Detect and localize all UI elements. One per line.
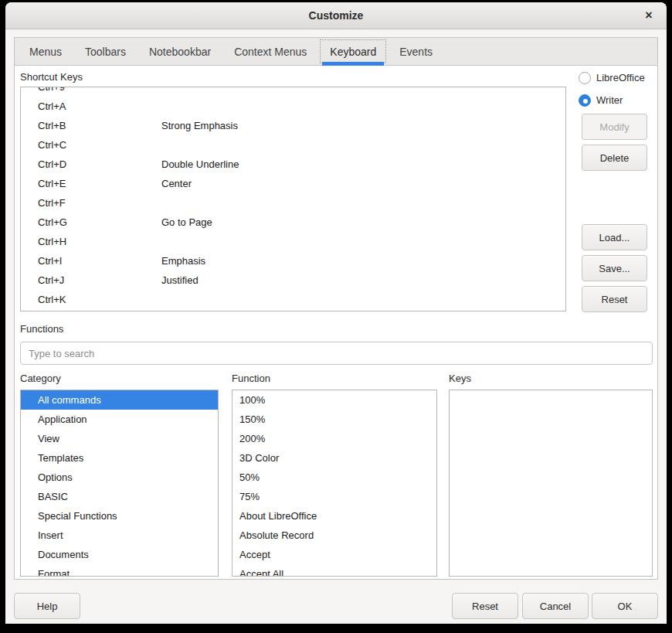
category-item[interactable]: BASIC bbox=[21, 487, 218, 506]
category-item[interactable]: Application bbox=[21, 410, 218, 429]
notebook: Menus Toolbars Notebookbar Context Menus… bbox=[14, 37, 658, 580]
function-item[interactable]: Accept bbox=[232, 545, 436, 564]
shortcut-row[interactable]: Ctrl+D Double Underline bbox=[21, 155, 565, 174]
dialog-footer: Help Reset Cancel OK bbox=[5, 580, 667, 624]
radio-icon bbox=[579, 72, 591, 84]
function-item[interactable]: 200% bbox=[232, 429, 436, 448]
shortcut-row[interactable]: Ctrl+B Strong Emphasis bbox=[21, 116, 565, 135]
shortcut-command: Double Underline bbox=[161, 158, 565, 170]
function-item-label: Accept bbox=[239, 549, 270, 560]
function-item[interactable]: Absolute Record bbox=[232, 526, 436, 545]
tab-label: Context Menus bbox=[234, 46, 307, 58]
category-item-label: Options bbox=[38, 471, 73, 483]
tab[interactable]: Toolbars bbox=[73, 38, 137, 65]
keyboard-tab-pane: Shortcut Keys Ctrl+9 Ctrl+A bbox=[15, 66, 657, 579]
shortcut-row[interactable]: Ctrl+H bbox=[21, 232, 565, 251]
close-icon[interactable]: × bbox=[640, 7, 657, 24]
tab-bar: Menus Toolbars Notebookbar Context Menus… bbox=[15, 38, 657, 66]
shortcut-row[interactable]: Ctrl+G Go to Page bbox=[21, 213, 565, 232]
shortcut-row[interactable]: Ctrl+K bbox=[21, 290, 565, 309]
scope-radio-option[interactable]: LibreOffice bbox=[579, 71, 645, 84]
function-item[interactable]: Accept All bbox=[232, 564, 436, 577]
category-item-label: BASIC bbox=[38, 491, 68, 502]
function-item-label: 200% bbox=[239, 433, 265, 444]
category-item-label: All commands bbox=[38, 394, 101, 406]
tab[interactable]: Notebookbar bbox=[137, 38, 222, 65]
radio-icon bbox=[579, 94, 591, 107]
shortcut-row[interactable]: Ctrl+J Justified bbox=[21, 271, 565, 290]
shortcut-command: Go to Page bbox=[161, 216, 565, 228]
titlebar[interactable]: Customize × bbox=[5, 2, 667, 29]
shortcut-row[interactable]: Ctrl+A bbox=[21, 97, 565, 116]
function-list[interactable]: 100% 150% 200% 3D Color 50% bbox=[232, 390, 437, 577]
help-button[interactable]: Help bbox=[14, 593, 80, 619]
tab[interactable]: Keyboard bbox=[318, 38, 388, 65]
category-item[interactable]: Templates bbox=[21, 448, 218, 468]
tab[interactable]: Context Menus bbox=[222, 38, 318, 65]
function-item[interactable]: 50% bbox=[232, 468, 436, 487]
shortcut-key: Ctrl+C bbox=[21, 139, 161, 151]
shortcut-key: Ctrl+H bbox=[21, 236, 161, 247]
function-item-label: 150% bbox=[239, 413, 265, 425]
delete-button[interactable]: Delete bbox=[582, 145, 647, 171]
function-item-label: 3D Color bbox=[239, 452, 279, 464]
load-button[interactable]: Load... bbox=[582, 224, 647, 250]
category-item[interactable]: All commands bbox=[21, 390, 218, 410]
category-list[interactable]: All commands Application View Templates bbox=[20, 390, 219, 577]
shortcut-command: Justified bbox=[161, 274, 565, 286]
search-input[interactable] bbox=[20, 342, 653, 365]
shortcut-command: Strong Emphasis bbox=[161, 120, 565, 131]
category-column-label: Category bbox=[20, 373, 61, 384]
tab[interactable]: Menus bbox=[18, 38, 73, 65]
shortcut-key: Ctrl+G bbox=[21, 216, 161, 228]
shortcut-key: Ctrl+I bbox=[21, 255, 161, 267]
tab-label: Menus bbox=[29, 46, 62, 58]
ok-button[interactable]: OK bbox=[592, 593, 658, 619]
shortcut-command: Emphasis bbox=[161, 255, 565, 267]
tab-label: Events bbox=[399, 46, 433, 58]
function-item[interactable]: 100% bbox=[232, 390, 436, 410]
dialog-title: Customize bbox=[309, 9, 364, 22]
category-item[interactable]: Documents bbox=[21, 545, 218, 564]
shortcut-row[interactable]: Ctrl+I Emphasis bbox=[21, 251, 565, 271]
category-item-label: Format bbox=[38, 568, 70, 577]
function-item[interactable]: 3D Color bbox=[232, 448, 436, 468]
reset-button[interactable]: Reset bbox=[452, 593, 518, 619]
reset-shortcuts-button[interactable]: Reset bbox=[582, 286, 647, 312]
function-column-label: Function bbox=[232, 373, 270, 384]
category-item[interactable]: Special Functions bbox=[21, 506, 218, 526]
save-button[interactable]: Save... bbox=[582, 255, 647, 281]
scope-radio-option[interactable]: Writer bbox=[579, 94, 645, 107]
category-item-label: Documents bbox=[38, 549, 89, 560]
function-item-label: 100% bbox=[239, 394, 265, 406]
shortcut-key: Ctrl+B bbox=[21, 120, 161, 131]
function-item[interactable]: About LibreOffice bbox=[232, 506, 436, 526]
tab-label: Keyboard bbox=[330, 46, 376, 58]
shortcut-keys-list[interactable]: Ctrl+9 Ctrl+A Ctrl+B Strong Emphasis bbox=[20, 87, 566, 311]
modify-button[interactable]: Modify bbox=[582, 114, 647, 140]
scope-radio-group: LibreOffice Writer bbox=[579, 71, 645, 116]
cancel-button[interactable]: Cancel bbox=[522, 593, 589, 619]
shortcut-row[interactable]: Ctrl+E Center bbox=[21, 174, 565, 193]
shortcut-row[interactable]: Ctrl+C bbox=[21, 135, 565, 155]
shortcut-key: Ctrl+J bbox=[21, 274, 161, 286]
shortcut-row[interactable]: Ctrl+9 bbox=[21, 87, 565, 97]
tab[interactable]: Events bbox=[388, 38, 444, 65]
shortcut-row[interactable]: Ctrl+F bbox=[21, 193, 565, 213]
customize-dialog: Customize × Menus Toolbars Notebookbar C… bbox=[5, 2, 667, 624]
keys-column-label: Keys bbox=[449, 373, 471, 384]
function-item-label: 75% bbox=[239, 491, 260, 502]
radio-label: Writer bbox=[596, 94, 623, 106]
category-item[interactable]: Insert bbox=[21, 526, 218, 545]
function-item[interactable]: 75% bbox=[232, 487, 436, 506]
function-item[interactable]: 150% bbox=[232, 410, 436, 429]
category-item[interactable]: Format bbox=[21, 564, 218, 577]
shortcut-key: Ctrl+F bbox=[21, 197, 161, 209]
tab-label: Notebookbar bbox=[149, 46, 211, 58]
category-item[interactable]: Options bbox=[21, 468, 218, 487]
function-item-label: 50% bbox=[239, 471, 260, 483]
category-item-label: Templates bbox=[38, 452, 83, 464]
shortcut-command: Center bbox=[161, 178, 565, 189]
category-item[interactable]: View bbox=[21, 429, 218, 448]
keys-list[interactable] bbox=[449, 390, 653, 577]
